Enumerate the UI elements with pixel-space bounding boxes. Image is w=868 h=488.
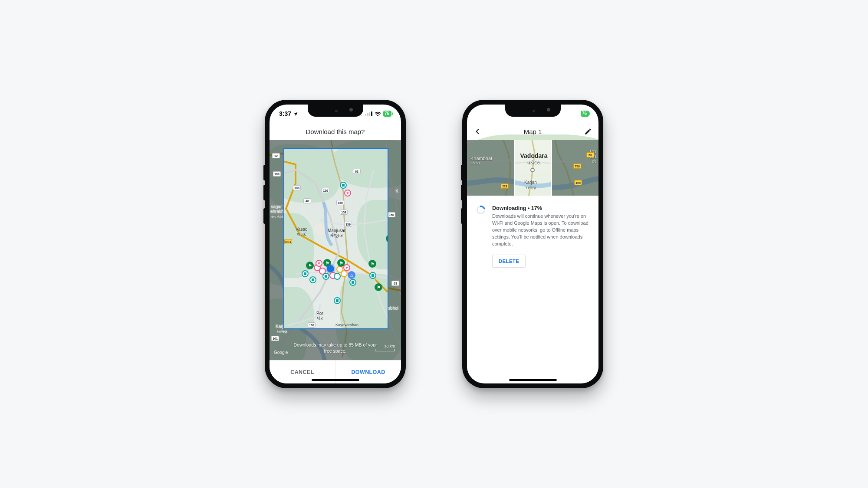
- notch: [505, 105, 561, 117]
- location-services-icon: [293, 111, 297, 116]
- route-shield: 56: [586, 152, 594, 157]
- download-status-title: Downloading • 17%: [492, 205, 591, 211]
- home-indicator-icon[interactable]: [312, 379, 359, 381]
- spinner-icon: [475, 204, 487, 216]
- download-status-section: Downloading • 17% Downloads will continu…: [467, 196, 598, 377]
- map-thumbnail[interactable]: Vadodara વડોદરા Karjan કરજણ Khambhat ખંભ…: [467, 140, 598, 196]
- route-shield: 228: [501, 183, 509, 189]
- wifi-icon: [375, 111, 381, 116]
- chevron-left-icon: [473, 127, 482, 136]
- home-indicator-icon[interactable]: [509, 379, 557, 381]
- route-shield: 161: [271, 336, 279, 341]
- page-title: Map 1: [524, 128, 542, 135]
- notch: [308, 105, 363, 117]
- battery-indicator: 76: [581, 111, 589, 117]
- screen-left: 3:37 76 Download this map?: [270, 105, 401, 383]
- cellular-bars-icon: [365, 111, 372, 116]
- screen-right: 76 Map 1: [467, 105, 598, 383]
- header-bar: Download this map?: [270, 123, 401, 140]
- route-shield: 158: [388, 212, 395, 217]
- delete-button[interactable]: DELETE: [492, 255, 526, 268]
- thumbnail-frame: [514, 140, 552, 196]
- route-shield: 12: [272, 153, 280, 158]
- map-label-khambhat: Khambhat: [470, 156, 492, 161]
- selection-frame[interactable]: [283, 148, 388, 329]
- download-status-description: Downloads will continue whenever you're …: [492, 213, 591, 248]
- status-time: 3:37: [279, 110, 291, 117]
- pencil-icon: [584, 128, 592, 135]
- map-label-cut: K: [395, 189, 398, 193]
- route-shield: 63: [391, 281, 399, 286]
- route-shield: 158: [574, 180, 582, 185]
- map-selection-area[interactable]: sagar Van ehrakhadi) વન, વેઢરખાડી) K Dab…: [270, 140, 401, 360]
- page-title: Download this map?: [306, 128, 365, 135]
- route-shield: 756: [573, 164, 581, 169]
- iphone-frame-left: 3:37 76 Download this map?: [265, 100, 406, 388]
- route-shield: 188: [273, 171, 281, 177]
- iphone-frame-right: 76 Map 1: [462, 100, 603, 388]
- no-sim-dot-icon: [361, 115, 362, 116]
- battery-indicator: 76: [383, 111, 391, 117]
- download-size-note: Downloads may take up to 85 MB of your f…: [270, 342, 401, 354]
